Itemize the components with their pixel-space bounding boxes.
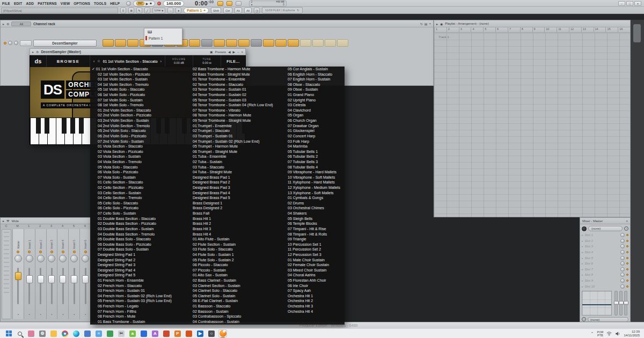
preset-menu-item[interactable]: 03 Double Bass Section - Sustain: [90, 226, 185, 232]
preset-menu-item[interactable]: 06 English Horn - Staccato: [280, 72, 345, 77]
preset-menu-item[interactable]: Designed String Pad 3: [90, 262, 185, 268]
preset-menu-item[interactable]: Designed Brass Pad 5: [185, 195, 280, 201]
mute-led[interactable]: [62, 251, 64, 253]
preset-menu-item[interactable]: 06 Church Organ: [280, 118, 345, 123]
snap-selector[interactable]: Line▾: [152, 8, 165, 13]
taskbar-icon-blue-play-app[interactable]: ▶: [196, 329, 204, 337]
vertical-scrollbar[interactable]: [633, 24, 641, 42]
fx-slot-label[interactable]: Slot 10: [585, 285, 619, 288]
fx-slot-knob[interactable]: [620, 239, 625, 243]
preset-menu-item[interactable]: 09 Tenor Trombone - Straight Mute: [185, 118, 280, 123]
fx-slot-row[interactable]: ▸Slot 10: [580, 283, 630, 289]
preset-menu-item[interactable]: 02 Bassoon - Sustain: [185, 309, 280, 314]
preset-menu-item[interactable]: Brass Designed 2: [185, 205, 280, 211]
fx-slot-row[interactable]: ▸Slot 8: [580, 272, 630, 278]
fx-slot-label[interactable]: Slot 7: [585, 268, 619, 271]
preset-menu-item[interactable]: 06 Double Bass Solo - Pizzicato: [90, 242, 185, 247]
preset-menu-item[interactable]: 01 Alto Flute - Sustain: [185, 237, 280, 242]
pan-knob[interactable]: [82, 255, 89, 262]
volume-fader[interactable]: [48, 275, 55, 283]
preset-menu-item[interactable]: 04 Shakers: [280, 211, 345, 216]
fx-slot-led[interactable]: [626, 251, 628, 253]
fx-slot-row[interactable]: ▸Slot 7: [580, 267, 630, 273]
preset-menu-item[interactable]: 06 Temple Blocks: [280, 221, 345, 226]
preset-menu-item[interactable]: 05 Clarinet Solo - Sustain: [185, 293, 280, 299]
taskbar-icon-orange-p-app[interactable]: P: [173, 329, 182, 337]
preset-menu-item[interactable]: 07 1st Violin Solo - Sustain: [90, 98, 185, 103]
preset-menu-item[interactable]: 07 Timpani - Hit & Rise: [280, 226, 345, 232]
preset-menu-item[interactable]: 06 Viola Solo - Pizzicato: [90, 170, 185, 175]
preset-menu-item[interactable]: 05 Tenor Trombone - Sustain 03: [185, 98, 280, 103]
tune-control[interactable]: TUNE0.00 st: [193, 55, 221, 67]
step-cell[interactable]: [325, 39, 336, 47]
preset-menu-item[interactable]: 07 Double Bass Solo - Sustain: [90, 247, 185, 252]
preset-menu-item[interactable]: 04 1st Violin Section - Tremolo: [90, 82, 185, 87]
playlist-timeline-ruler[interactable]: 12345678910111213141516: [434, 27, 630, 33]
channel-filter-dropdown[interactable]: All: [11, 21, 31, 26]
sidechain-slot-button[interactable]: (none): [588, 317, 628, 322]
preset-menu-item[interactable]: 09 Triangle: [280, 237, 345, 242]
eq-high-fader[interactable]: [624, 291, 627, 315]
preset-menu-item[interactable]: 07 Tubular Bells 3: [280, 159, 345, 165]
detach-icon[interactable]: ▣: [210, 50, 213, 54]
preset-menu-item[interactable]: 01 Glockenspiel: [280, 128, 345, 134]
taskbar-icon-red-app[interactable]: [162, 329, 171, 337]
preset-menu-item[interactable]: 01 Bassoon - Staccato: [185, 304, 280, 309]
playlist-grid[interactable]: [434, 33, 630, 217]
menu-options[interactable]: OPTIONS: [74, 2, 90, 5]
preset-menu-item[interactable]: Designed String Pad 2: [90, 258, 185, 263]
refresh-icon[interactable]: ↻: [297, 9, 299, 12]
fx-slot-label[interactable]: Slot 4: [585, 251, 619, 254]
preset-menu-item[interactable]: 02 Female Choir Sustain: [280, 262, 345, 268]
mute-led[interactable]: [84, 251, 87, 253]
close-button[interactable]: ×: [634, 1, 641, 6]
wait-for-input-toggle[interactable]: [226, 1, 232, 6]
preset-menu-item[interactable]: 04 Contrabassoon - Sustain: [185, 319, 280, 325]
preset-menu-item[interactable]: 02 Bass Trombone - Harmon Mute: [185, 67, 280, 72]
favorite-star-icon[interactable]: ☆: [97, 59, 100, 63]
preset-menu-item[interactable]: Designed Brass Pad 2: [185, 180, 280, 185]
speaker-icon[interactable]: [615, 331, 620, 336]
preset-menu-item[interactable]: 05 Trumpet - Harmon Mute: [185, 144, 280, 149]
collapse-icon[interactable]: ▸: [32, 50, 34, 54]
eq-mid-fader[interactable]: [619, 291, 623, 315]
fx-slot-label[interactable]: Slot 1: [585, 233, 619, 237]
picker-pattern-label[interactable]: Pattern 1: [149, 36, 163, 40]
step-cell[interactable]: [103, 39, 114, 47]
preset-menu-item[interactable]: 04 French Horn - Sustain 02 (Rich Low En…: [90, 293, 185, 299]
preset-menu-item[interactable]: 06 Irie Choir: [280, 283, 345, 289]
preset-menu-item[interactable]: 05 Cello Solo - Staccato: [90, 201, 185, 206]
taskbar-icon-notepad[interactable]: ≡: [94, 329, 103, 337]
preset-menu-item[interactable]: 01 Tenor Trombone - Ensemble: [185, 77, 280, 82]
preset-menu-item[interactable]: 05 Cor Anglais - Sustain: [280, 67, 345, 72]
taskbar-icon-start[interactable]: [4, 329, 13, 337]
minimize-button[interactable]: –: [237, 50, 239, 54]
fx-slot-label[interactable]: Slot 6: [585, 262, 619, 265]
preset-menu-item[interactable]: 05 2nd Violin Solo - Staccato: [90, 128, 185, 134]
preset-menu-item[interactable]: 02 French Horn - Staccato: [90, 283, 185, 289]
slot-arrow-icon[interactable]: ▸: [582, 273, 583, 276]
pattern-mode-toggle[interactable]: PAT: [136, 2, 144, 5]
preset-menu-item[interactable]: 05 1st Violin Solo - Staccato: [90, 87, 185, 92]
preset-menu-item[interactable]: 03 Tuba - Staccato: [185, 165, 280, 170]
ctrl-key-button[interactable]: Ctrl: [223, 8, 232, 13]
preset-menu-item[interactable]: 01 Cello Section - Staccato: [90, 180, 185, 185]
tray-chevron-icon[interactable]: ⌃: [591, 332, 594, 336]
preset-menu-item[interactable]: 03 Flute Solo - Staccato: [185, 247, 280, 252]
preset-menu-item[interactable]: 05 French Horn - Sustain 03 (Rich Low En…: [90, 298, 185, 304]
fx-slot-knob[interactable]: [620, 278, 625, 283]
fx-slot-knob[interactable]: [620, 250, 625, 254]
preset-menu-item[interactable]: 01 Tuba - Ensemble: [185, 154, 280, 159]
preset-menu-item[interactable]: 02 Tenor Trombone - Staccato: [185, 82, 280, 87]
fx-slot-label[interactable]: Slot 8: [585, 273, 619, 276]
preset-menu-item[interactable]: 06 1st Violin Solo - Pizzicato: [90, 92, 185, 98]
preset-menu-item[interactable]: 12 Percussion Set 3: [280, 252, 345, 258]
preset-menu-item[interactable]: 01 Cymbals & Gongs: [280, 195, 345, 201]
record-here-icon[interactable]: ◉: [440, 22, 443, 26]
step-cell[interactable]: [251, 39, 262, 47]
preset-menu-item[interactable]: Designed Brass Pad 3: [185, 185, 280, 190]
preset-menu-item[interactable]: 08 Timpani - Hit & Rolls: [280, 232, 345, 237]
preset-menu-item[interactable]: Brass Designed 1: [185, 201, 280, 206]
collapse-icon[interactable]: ▸: [3, 22, 4, 26]
preset-menu-item[interactable]: 09 Oboe - Sustain: [280, 87, 345, 92]
